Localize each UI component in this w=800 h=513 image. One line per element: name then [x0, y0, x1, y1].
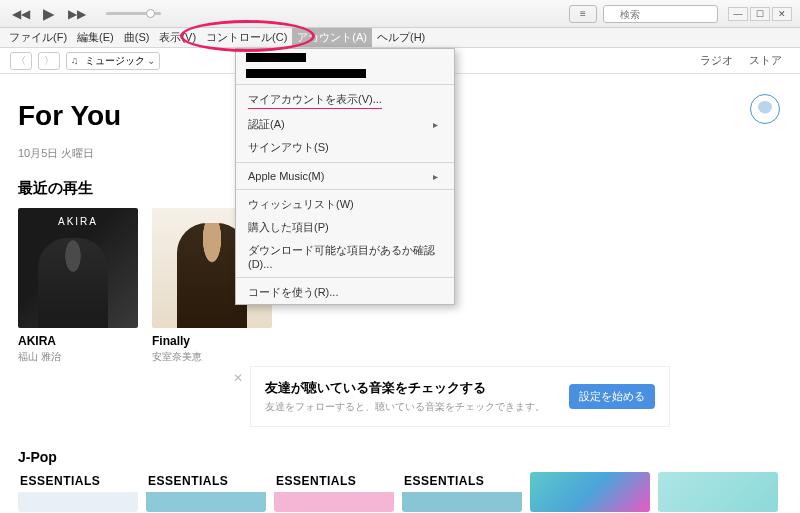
menu-edit[interactable]: 編集(E): [72, 28, 119, 47]
nav-store[interactable]: ストア: [749, 53, 782, 68]
menu-signout[interactable]: サインアウト(S): [236, 136, 454, 159]
forward-button[interactable]: ▶▶: [66, 5, 88, 23]
menu-check-downloads[interactable]: ダウンロード可能な項目があるか確認(D)...: [236, 239, 454, 274]
essentials-tile[interactable]: [530, 472, 650, 512]
library-dropdown[interactable]: ミュージック: [66, 52, 160, 70]
list-view-button[interactable]: ≡: [569, 5, 597, 23]
account-email-redacted: [236, 65, 454, 81]
menu-auth[interactable]: 認証(A)▸: [236, 113, 454, 136]
account-dropdown-menu: マイアカウントを表示(V)... 認証(A)▸ サインアウト(S) Apple …: [235, 48, 455, 305]
menu-redeem[interactable]: コードを使う(R)...: [236, 281, 454, 304]
chevron-right-icon: ▸: [433, 119, 438, 130]
menu-bar: ファイル(F) 編集(E) 曲(S) 表示(V) コントロール(C) アカウント…: [0, 28, 800, 48]
promo-banner: ✕ 友達が聴いている音楽をチェックする 友達をフォローすると、聴いている音楽をチ…: [250, 366, 670, 427]
menu-song[interactable]: 曲(S): [119, 28, 155, 47]
chevron-right-icon: ▸: [433, 171, 438, 182]
maximize-button[interactable]: ☐: [750, 7, 770, 21]
menu-apple-music[interactable]: Apple Music(M)▸: [236, 166, 454, 186]
menu-file[interactable]: ファイル(F): [4, 28, 72, 47]
volume-slider[interactable]: [106, 12, 161, 15]
account-name-redacted: [236, 49, 454, 65]
menu-purchased[interactable]: 購入した項目(P): [236, 216, 454, 239]
promo-button[interactable]: 設定を始める: [569, 384, 655, 409]
rewind-button[interactable]: ◀◀: [10, 5, 32, 23]
playback-controls: ◀◀ ▶ ▶▶: [10, 5, 88, 23]
menu-control[interactable]: コントロール(C): [201, 28, 292, 47]
album-title: AKIRA: [18, 334, 138, 348]
minimize-button[interactable]: —: [728, 7, 748, 21]
album-title: Finally: [152, 334, 272, 348]
album-art: AKIRA: [18, 208, 138, 328]
album-card[interactable]: AKIRA AKIRA 福山 雅治: [18, 208, 138, 364]
promo-subtitle: 友達をフォローすると、聴いている音楽をチェックできます。: [265, 400, 545, 414]
essentials-tile[interactable]: [658, 472, 778, 512]
essentials-tile[interactable]: ESSENTIALS: [146, 472, 266, 512]
album-artist: 安室奈美恵: [152, 350, 272, 364]
nav-radio[interactable]: ラジオ: [700, 53, 733, 68]
close-icon[interactable]: ✕: [233, 371, 243, 385]
close-button[interactable]: ✕: [772, 7, 792, 21]
menu-show-account[interactable]: マイアカウントを表示(V)...: [236, 88, 454, 113]
essentials-row: ESSENTIALS ESSENTIALS ESSENTIALS ESSENTI…: [18, 472, 778, 512]
menu-wishlist[interactable]: ウィッシュリスト(W): [236, 193, 454, 216]
title-bar: ◀◀ ▶ ▶▶ ≡ 🔍 — ☐ ✕: [0, 0, 800, 28]
promo-title: 友達が聴いている音楽をチェックする: [265, 379, 545, 397]
forward-button-nav[interactable]: 〉: [38, 52, 60, 70]
section-jpop: J-Pop: [18, 449, 57, 465]
back-button[interactable]: 〈: [10, 52, 32, 70]
play-button[interactable]: ▶: [38, 5, 60, 23]
menu-help[interactable]: ヘルプ(H): [372, 28, 430, 47]
menu-account[interactable]: アカウント(A): [292, 28, 372, 47]
essentials-tile[interactable]: ESSENTIALS: [402, 472, 522, 512]
album-artist: 福山 雅治: [18, 350, 138, 364]
profile-avatar[interactable]: [750, 94, 780, 124]
search-input[interactable]: [603, 5, 718, 23]
menu-view[interactable]: 表示(V): [154, 28, 201, 47]
essentials-tile[interactable]: ESSENTIALS: [18, 472, 138, 512]
essentials-tile[interactable]: ESSENTIALS: [274, 472, 394, 512]
